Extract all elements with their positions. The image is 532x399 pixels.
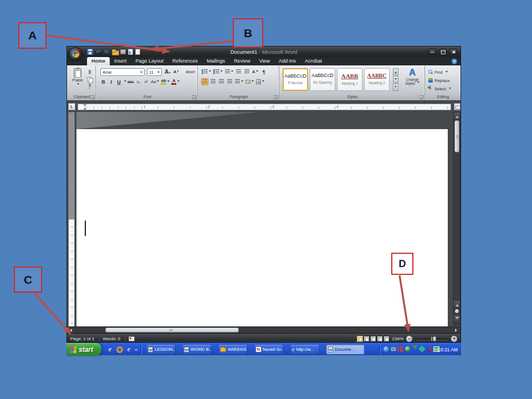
bullets-button[interactable] [201,68,212,75]
start-button[interactable]: start [66,343,101,356]
tab-references[interactable]: References [168,57,202,65]
help-icon[interactable]: ? [451,58,458,65]
styles-dialog-launcher[interactable] [420,95,423,99]
zoom-out-button[interactable]: − [406,336,412,342]
format-painter-icon[interactable] [86,84,94,89]
font-color-button[interactable]: A [171,78,180,85]
redo-icon[interactable]: ↻ [104,49,110,55]
updater-icon[interactable] [419,346,425,352]
multilevel-list-button[interactable] [224,68,234,75]
borders-button[interactable] [255,78,265,85]
zoom-slider[interactable] [415,336,448,342]
tab-add-ins[interactable]: Add-Ins [274,57,300,65]
novell-tray-icon[interactable]: N [426,346,432,352]
internet-explorer-icon[interactable]: e [125,346,132,353]
next-page-button[interactable] [454,315,460,322]
page-indicator[interactable]: Page: 1 of 1 [70,336,94,341]
horizontal-scroll-thumb[interactable] [105,328,239,332]
tab-insert[interactable]: Insert [110,57,131,65]
hanging-indent-marker[interactable] [83,106,86,110]
display-icon[interactable] [390,346,396,352]
select-browse-object-button[interactable] [455,309,459,313]
clipboard-dialog-launcher[interactable] [90,95,94,99]
line-spacing-button[interactable] [234,78,244,85]
office-button[interactable] [69,47,83,61]
clock[interactable]: 10:21 AM [438,343,458,356]
style-no-spacing[interactable]: AaBbCcD No Spacing [310,68,335,91]
find-button[interactable]: Find [428,69,448,75]
task-novell[interactable]: N Novell Gr... [254,344,284,355]
restore-button[interactable] [439,49,447,54]
styles-more-button[interactable] [393,84,398,91]
agent-icon[interactable] [405,346,411,352]
subscript-button[interactable]: x₂ [135,78,142,85]
vertical-scroll-thumb[interactable] [454,120,459,152]
change-case-button[interactable]: Aa [150,78,160,85]
draft-view-button[interactable] [383,336,390,342]
undo-icon[interactable]: ↶ [95,49,101,55]
scroll-left-arrow-icon[interactable] [68,329,72,332]
previous-page-button[interactable] [454,301,460,308]
superscript-button[interactable]: x² [142,78,150,85]
scroll-right-arrow-icon[interactable] [455,329,459,332]
underline-button[interactable]: U [115,78,122,85]
tab-page-layout[interactable]: Page Layout [131,57,168,65]
align-right-button[interactable] [218,78,225,85]
shield-icon[interactable] [412,346,418,352]
print-icon[interactable] [120,49,126,54]
task-4weeks[interactable]: 4WEEKS ... [218,344,248,355]
close-button[interactable] [449,49,457,54]
quick-launch-more-chevron[interactable]: » [135,347,137,352]
style-normal[interactable]: AaBbCcD ¶ Normal [283,68,308,91]
view-ruler-toggle[interactable] [454,103,461,110]
copy-icon[interactable] [86,76,94,82]
full-screen-view-button[interactable] [364,336,370,342]
task-lesson[interactable]: W LESSON... [146,344,176,355]
network-globe-icon[interactable] [383,346,389,352]
select-button[interactable]: Select [428,85,451,92]
scroll-up-button[interactable] [454,112,460,119]
signal-bars-icon[interactable] [397,346,403,352]
styles-scroll-up-button[interactable] [393,68,398,75]
decrease-indent-button[interactable] [235,68,242,75]
tab-stop-selector[interactable]: L [68,103,75,110]
proofing-status-icon[interactable] [129,336,135,341]
document-page[interactable] [76,129,448,326]
change-styles-button[interactable]: A Change Styles [401,68,424,93]
word-count[interactable]: Words: 0 [103,336,120,341]
cut-icon[interactable] [86,69,94,75]
minimize-button[interactable] [428,49,436,54]
new-document-icon[interactable] [135,49,140,55]
tab-home[interactable]: Home [87,57,110,65]
italic-button[interactable]: I [108,78,115,85]
sort-button[interactable]: A [252,68,259,75]
tab-mailings[interactable]: Mailings [202,57,229,65]
strikethrough-button[interactable]: abc [127,78,134,85]
open-icon[interactable] [112,49,118,55]
outline-view-button[interactable] [377,336,383,342]
font-size-select[interactable]: 11 [147,68,162,76]
tab-review[interactable]: Review [229,57,255,65]
shading-button[interactable] [245,78,254,85]
increase-indent-button[interactable] [243,68,250,75]
tab-view[interactable]: View [255,57,274,65]
font-dialog-launcher[interactable] [192,95,196,99]
shrink-font-button[interactable]: A [172,68,180,75]
font-family-select[interactable]: Arial [100,68,145,76]
style-heading-1[interactable]: AABB Heading 1 [337,68,362,91]
style-heading-2[interactable]: AABBC Heading 2 [364,68,390,91]
zoom-slider-thumb[interactable] [433,336,436,341]
align-center-button[interactable] [209,78,217,85]
paragraph-dialog-launcher[interactable] [274,95,278,99]
numbering-button[interactable] [213,68,223,75]
vertical-scrollbar[interactable] [453,112,461,325]
tab-acrobat[interactable]: Acrobat [300,57,326,65]
show-paragraph-marks-button[interactable]: ¶ [260,68,267,75]
grow-font-button[interactable]: A [164,68,171,75]
print-layout-view-button[interactable] [357,336,363,342]
firefox-icon[interactable] [116,346,123,353]
web-layout-view-button[interactable] [370,336,376,342]
justify-button[interactable] [226,78,233,85]
task-browser[interactable]: e http://w... [290,344,320,355]
browser-icon[interactable]: e [106,346,114,353]
